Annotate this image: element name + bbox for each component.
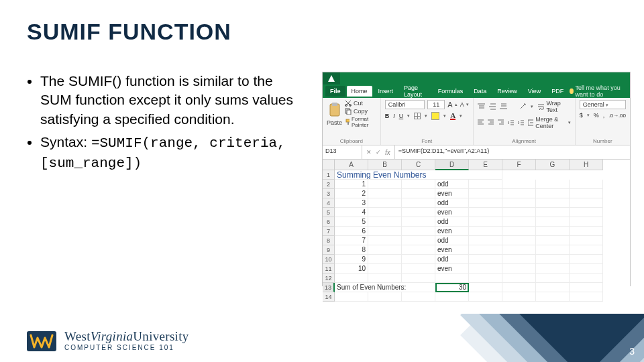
cell[interactable]: [502, 245, 536, 255]
cell[interactable]: [469, 245, 502, 255]
col-header[interactable]: E: [469, 160, 502, 170]
row-header[interactable]: 4: [323, 198, 335, 208]
cell[interactable]: even: [435, 189, 469, 198]
cell[interactable]: 3: [335, 198, 368, 208]
cell[interactable]: odd: [435, 180, 469, 189]
col-header[interactable]: F: [502, 160, 536, 170]
cell[interactable]: [469, 189, 502, 198]
cell[interactable]: [502, 255, 536, 264]
cell[interactable]: 9: [335, 255, 368, 264]
cell[interactable]: 4: [335, 208, 368, 217]
cell[interactable]: [536, 189, 570, 198]
cell[interactable]: even: [435, 245, 469, 255]
row-header[interactable]: 2: [323, 180, 335, 189]
font-color-button[interactable]: A: [450, 112, 455, 120]
select-all-corner[interactable]: [323, 160, 335, 170]
align-center-icon[interactable]: [488, 119, 494, 126]
cell[interactable]: [570, 292, 603, 302]
cell[interactable]: [368, 227, 402, 236]
cell[interactable]: even: [435, 208, 469, 217]
cell[interactable]: [368, 292, 402, 302]
underline-button[interactable]: U: [399, 113, 404, 119]
cell[interactable]: [368, 245, 402, 255]
wrap-text-button[interactable]: Wrap Text: [537, 100, 571, 113]
orientation-icon[interactable]: [519, 103, 527, 110]
cell[interactable]: [469, 264, 502, 274]
cell[interactable]: [502, 189, 536, 198]
cell[interactable]: [536, 217, 570, 227]
col-header[interactable]: G: [536, 160, 570, 170]
cell[interactable]: [368, 208, 402, 217]
borders-button[interactable]: [414, 113, 421, 119]
cell-title[interactable]: Summing Even Numbers: [335, 170, 502, 180]
tab-review[interactable]: Review: [492, 86, 522, 97]
align-left-icon[interactable]: [478, 119, 484, 126]
accept-formula-icon[interactable]: ✓: [376, 149, 381, 156]
cell[interactable]: [368, 180, 402, 189]
cell[interactable]: [402, 198, 435, 208]
merge-center-button[interactable]: Merge & Center▾: [528, 116, 571, 129]
row-header[interactable]: 13: [323, 283, 335, 292]
cell[interactable]: odd: [435, 236, 469, 245]
tab-data[interactable]: Data: [469, 86, 491, 97]
tab-formulas[interactable]: Formulas: [433, 86, 468, 97]
cell[interactable]: [570, 189, 603, 198]
cell[interactable]: [368, 264, 402, 274]
cell[interactable]: [368, 217, 402, 227]
name-box[interactable]: D13: [323, 145, 362, 159]
row-header[interactable]: 14: [323, 292, 335, 302]
percent-button[interactable]: %: [594, 112, 599, 119]
cell[interactable]: [536, 236, 570, 245]
cell[interactable]: [536, 255, 570, 264]
cancel-formula-icon[interactable]: ✕: [366, 149, 372, 156]
cell[interactable]: [402, 264, 435, 274]
cut-button[interactable]: Cut: [345, 100, 376, 107]
cell[interactable]: [469, 292, 502, 302]
cell[interactable]: [435, 274, 469, 283]
cell[interactable]: [368, 274, 402, 283]
cell[interactable]: [402, 208, 435, 217]
cell-result-value[interactable]: 30: [435, 283, 469, 292]
cell[interactable]: [502, 180, 536, 189]
cell[interactable]: [469, 227, 502, 236]
cell[interactable]: [570, 198, 603, 208]
cell[interactable]: [402, 189, 435, 198]
cell[interactable]: [368, 236, 402, 245]
cell[interactable]: [402, 227, 435, 236]
cell[interactable]: even: [435, 264, 469, 274]
col-header[interactable]: C: [402, 160, 435, 170]
formula-input[interactable]: =SUMIF(D2:D11,"=even",A2:A11): [395, 145, 630, 159]
tell-me-box[interactable]: Tell me what you want to do: [570, 84, 630, 98]
cell[interactable]: [536, 245, 570, 255]
cell[interactable]: [502, 227, 536, 236]
cell[interactable]: [502, 283, 536, 292]
col-header[interactable]: B: [368, 160, 402, 170]
cell[interactable]: [570, 255, 603, 264]
cell[interactable]: [536, 227, 570, 236]
cell[interactable]: [502, 217, 536, 227]
tab-insert[interactable]: Insert: [374, 86, 398, 97]
cell[interactable]: [469, 208, 502, 217]
cell[interactable]: [368, 255, 402, 264]
cell[interactable]: [570, 180, 603, 189]
accounting-button[interactable]: $: [580, 112, 583, 119]
row-header[interactable]: 12: [323, 274, 335, 283]
cell[interactable]: [536, 180, 570, 189]
cell[interactable]: [469, 236, 502, 245]
cell[interactable]: [570, 236, 603, 245]
font-size-select[interactable]: 11: [427, 100, 445, 109]
cell[interactable]: [435, 292, 469, 302]
cell[interactable]: [536, 264, 570, 274]
cell[interactable]: [570, 217, 603, 227]
cell[interactable]: odd: [435, 198, 469, 208]
cell[interactable]: [469, 217, 502, 227]
cell[interactable]: [402, 245, 435, 255]
font-name-select[interactable]: Calibri: [385, 100, 425, 109]
fx-icon[interactable]: fx: [385, 149, 390, 156]
copy-button[interactable]: Copy: [345, 108, 376, 115]
cell[interactable]: [536, 208, 570, 217]
cell[interactable]: [570, 274, 603, 283]
row-header[interactable]: 9: [323, 245, 335, 255]
row-header[interactable]: 3: [323, 189, 335, 198]
align-top-icon[interactable]: [478, 103, 485, 110]
